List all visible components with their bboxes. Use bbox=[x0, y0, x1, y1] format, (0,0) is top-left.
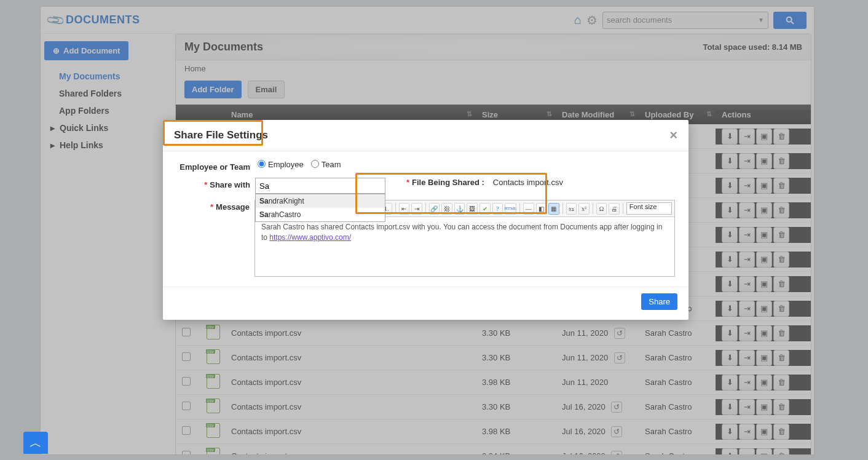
file-shared-label: File Being Shared : bbox=[412, 178, 484, 187]
share-button[interactable]: Share bbox=[641, 293, 677, 310]
outdent-icon[interactable]: ⇤ bbox=[399, 203, 410, 215]
team-label: Team bbox=[322, 160, 341, 169]
html-icon[interactable]: HTML bbox=[505, 203, 516, 215]
employee-or-team-label: Employee or Team bbox=[176, 160, 250, 172]
message-textarea[interactable]: Sarah Castro has shared Contacts import.… bbox=[255, 217, 674, 276]
unlink-icon[interactable]: ⛓ bbox=[441, 203, 452, 215]
autocomplete-dropdown: SandraKnight SarahCastro bbox=[255, 194, 385, 222]
autocomplete-item[interactable]: SandraKnight bbox=[256, 194, 385, 208]
font-size-select[interactable]: Font size bbox=[626, 202, 672, 215]
modal-title: Share File Settings bbox=[174, 129, 268, 141]
message-link[interactable]: https://www.apptivo.com/ bbox=[269, 233, 351, 242]
subscript-icon[interactable]: x₂ bbox=[566, 203, 577, 215]
share-file-modal: Share File Settings × Employee or Team E… bbox=[163, 120, 688, 320]
file-shared-name: Contacts import.csv bbox=[493, 178, 563, 187]
print-icon[interactable]: 🖨 bbox=[609, 203, 620, 215]
employee-label: Employee bbox=[268, 160, 304, 169]
scroll-top-button[interactable]: ︿ bbox=[23, 432, 48, 454]
employee-radio[interactable] bbox=[258, 160, 266, 168]
share-with-label: Share with bbox=[210, 180, 250, 189]
indent-icon[interactable]: ⇥ bbox=[411, 203, 422, 215]
team-radio[interactable] bbox=[311, 160, 319, 168]
hr-icon[interactable]: — bbox=[523, 203, 534, 215]
share-with-input[interactable] bbox=[255, 178, 385, 194]
omega-icon[interactable]: Ω bbox=[596, 203, 607, 215]
superscript-icon[interactable]: x² bbox=[578, 203, 590, 215]
eraser-icon[interactable]: ◧ bbox=[536, 203, 547, 215]
anchor-icon[interactable]: ⚓ bbox=[454, 203, 465, 215]
link-icon[interactable]: 🔗 bbox=[429, 203, 440, 215]
message-label: Message bbox=[216, 202, 250, 212]
table-icon[interactable]: ▦ bbox=[548, 203, 559, 215]
close-icon[interactable]: × bbox=[669, 127, 677, 143]
clean-icon[interactable]: ✔ bbox=[479, 203, 491, 215]
image-icon[interactable]: 🖼 bbox=[467, 203, 478, 215]
autocomplete-item[interactable]: SarahCastro bbox=[256, 208, 385, 221]
help-icon[interactable]: ? bbox=[492, 203, 503, 215]
